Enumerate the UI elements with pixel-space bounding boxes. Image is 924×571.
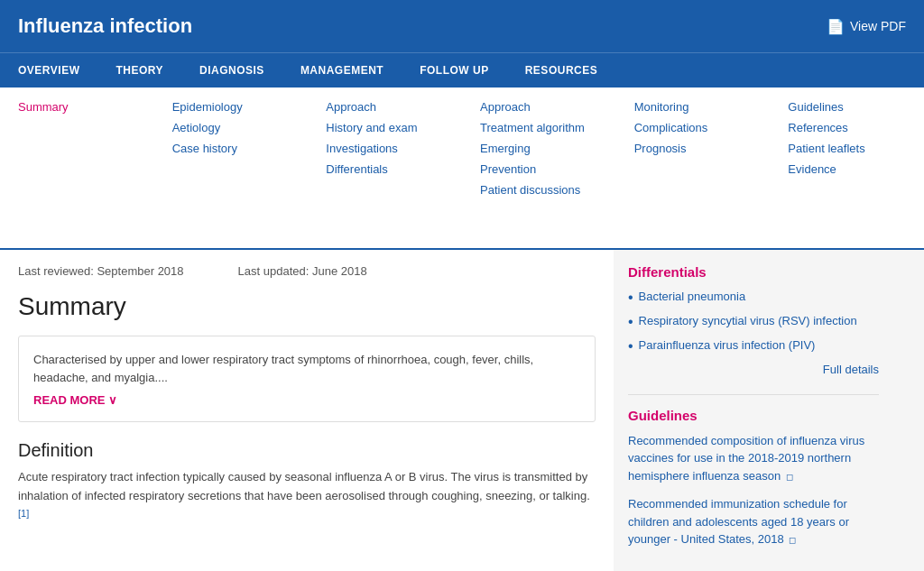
dropdown-menu: Summary Epidemiology Aetiology Case hist… (0, 87, 924, 250)
content-wrapper: Last reviewed: September 2018 Last updat… (0, 250, 924, 571)
bullet-icon: • (628, 313, 633, 330)
nav-followup[interactable]: FOLLOW UP (402, 53, 507, 87)
nav-management[interactable]: MANAGEMENT (282, 53, 402, 87)
list-item: • Parainfluenza virus infection (PIV) (628, 337, 879, 355)
dropdown-theory: Epidemiology Aetiology Case history (154, 97, 309, 239)
dropdown-link-approach-diag[interactable]: Approach (326, 97, 444, 117)
page-title-header: Influenza infection (18, 14, 192, 38)
differentials-section: Differentials • Bacterial pneumonia • Re… (628, 264, 879, 376)
dropdown-followup: Monitoring Complications Prognosis (616, 97, 771, 239)
differentials-title: Differentials (628, 264, 879, 280)
reference-link[interactable]: [1] (18, 508, 29, 519)
pdf-icon: 📄 (827, 18, 845, 35)
read-more-button[interactable]: READ MORE ∨ (33, 393, 117, 407)
dropdown-link-guidelines[interactable]: Guidelines (788, 97, 906, 117)
definition-heading: Definition (18, 440, 596, 461)
nav-bar: OVERVIEW THEORY DIAGNOSIS MANAGEMENT FOL… (0, 52, 924, 87)
external-icon: ◻ (786, 472, 793, 482)
dropdown-link-summary[interactable]: Summary (18, 97, 136, 117)
dropdown-link-prevention[interactable]: Prevention (480, 159, 598, 180)
dropdown-link-patient-leaflets[interactable]: Patient leaflets (788, 138, 906, 159)
view-pdf-label: View PDF (850, 19, 906, 33)
nav-overview[interactable]: OVERVIEW (0, 53, 97, 87)
guideline-2[interactable]: Recommended immunization schedule for ch… (628, 495, 879, 548)
dropdown-link-complications[interactable]: Complications (634, 117, 753, 138)
external-icon: ◻ (789, 535, 796, 545)
dropdown-link-treatment[interactable]: Treatment algorithm (480, 117, 598, 138)
dropdown-link-epidemiology[interactable]: Epidemiology (172, 97, 291, 117)
dropdown-link-history-exam[interactable]: History and exam (326, 117, 444, 138)
differential-rsv[interactable]: Respiratory syncytial virus (RSV) infect… (639, 313, 857, 329)
dropdown-overview: Summary (0, 97, 154, 239)
dropdown-link-prognosis[interactable]: Prognosis (634, 138, 753, 159)
last-updated: Last updated: June 2018 (238, 264, 367, 278)
list-item: • Respiratory syncytial virus (RSV) infe… (628, 313, 879, 330)
dropdown-link-emerging[interactable]: Emerging (480, 138, 598, 159)
dropdown-link-approach-mgmt[interactable]: Approach (480, 97, 598, 117)
dropdown-diagnosis: Approach History and exam Investigations… (308, 97, 462, 239)
full-details-link[interactable]: Full details (628, 363, 879, 376)
guideline-1[interactable]: Recommended composition of influenza vir… (628, 432, 879, 485)
dropdown-link-references[interactable]: References (788, 117, 906, 138)
section-title: Summary (18, 292, 596, 321)
page-header: Influenza infection 📄 View PDF (0, 0, 924, 52)
dropdown-link-investigations[interactable]: Investigations (326, 138, 444, 159)
meta-info: Last reviewed: September 2018 Last updat… (18, 264, 596, 278)
dropdown-link-case-history[interactable]: Case history (172, 138, 291, 159)
sidebar: Differentials • Bacterial pneumonia • Re… (614, 250, 893, 571)
dropdown-link-monitoring[interactable]: Monitoring (634, 97, 753, 117)
summary-text: Characterised by upper and lower respira… (33, 351, 580, 386)
dropdown-resources: Guidelines References Patient leaflets E… (770, 97, 924, 239)
dropdown-link-patient-discussions[interactable]: Patient discussions (480, 180, 598, 200)
dropdown-management: Approach Treatment algorithm Emerging Pr… (462, 97, 616, 239)
dropdown-link-aetiology[interactable]: Aetiology (172, 117, 291, 138)
differential-piv[interactable]: Parainfluenza virus infection (PIV) (639, 337, 816, 354)
last-reviewed: Last reviewed: September 2018 (18, 264, 184, 278)
bullet-icon: • (628, 337, 633, 355)
definition-text: Acute respiratory tract infection typica… (18, 468, 596, 528)
dropdown-link-differentials[interactable]: Differentials (326, 159, 444, 180)
main-content: Last reviewed: September 2018 Last updat… (0, 250, 614, 571)
summary-box: Characterised by upper and lower respira… (18, 336, 596, 422)
nav-resources[interactable]: RESOURCES (507, 53, 616, 87)
guidelines-section: Guidelines Recommended composition of in… (628, 408, 879, 548)
view-pdf-button[interactable]: 📄 View PDF (827, 18, 906, 35)
bullet-icon: • (628, 289, 633, 306)
nav-theory[interactable]: THEORY (97, 53, 181, 87)
nav-diagnosis[interactable]: DIAGNOSIS (181, 53, 282, 87)
differential-bacterial[interactable]: Bacterial pneumonia (639, 289, 746, 305)
dropdown-link-evidence[interactable]: Evidence (788, 159, 906, 180)
list-item: • Bacterial pneumonia (628, 289, 879, 306)
guidelines-title: Guidelines (628, 408, 879, 423)
divider (628, 394, 879, 395)
